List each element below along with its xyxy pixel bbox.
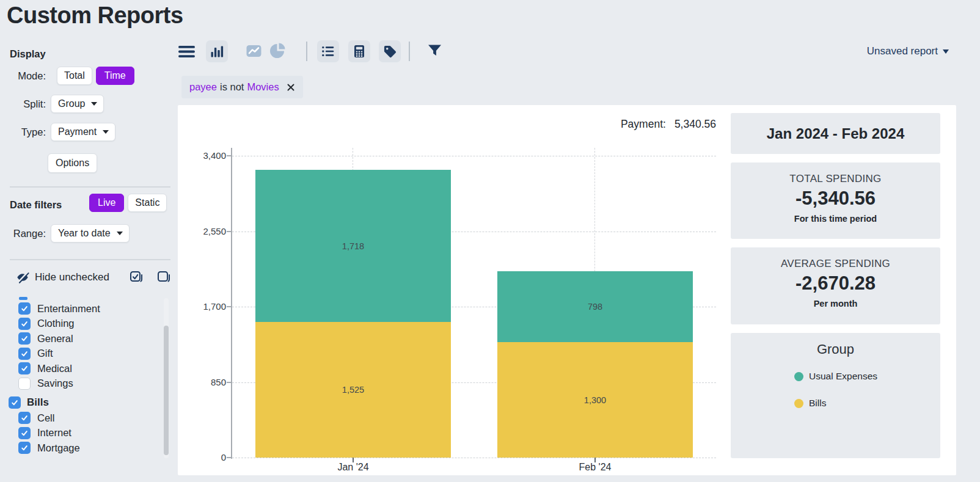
toolbar-divider: [409, 42, 410, 61]
category-label: Clothing: [37, 318, 75, 329]
checkbox-bills[interactable]: [9, 396, 21, 409]
checkbox-cell[interactable]: [18, 412, 31, 424]
category-label: Savings: [37, 378, 73, 389]
legend-item-bills: Bills: [794, 396, 940, 411]
y-axis-tick: [227, 155, 232, 156]
unsaved-report-menu[interactable]: Unsaved report: [867, 45, 949, 57]
list-icon: [321, 45, 335, 57]
type-select[interactable]: Payment: [51, 123, 115, 141]
category-row-savings: Savings: [0, 376, 163, 392]
unsaved-report-label: Unsaved report: [867, 45, 938, 57]
average-spending-heading: AVERAGE SPENDING: [731, 258, 940, 270]
category-row-gift: Gift: [0, 346, 163, 362]
range-label: Range:: [0, 228, 46, 239]
bar-value-label: 1,300: [497, 394, 693, 406]
calculator-button[interactable]: [348, 40, 370, 62]
average-spending-value: -2,670.28: [731, 272, 940, 294]
average-spending-caption: Per month: [731, 299, 940, 309]
date-live-button[interactable]: Live: [89, 194, 124, 212]
chevron-down-icon: [91, 102, 97, 106]
category-label: Medical: [37, 363, 72, 374]
type-label: Type:: [0, 126, 46, 138]
date-filters-heading: Date filters: [10, 199, 62, 211]
legend-heading: Group: [731, 341, 940, 357]
type-row: Type: Payment: [0, 121, 115, 143]
list-view-button[interactable]: [317, 40, 339, 62]
split-row: Split: Group: [0, 93, 104, 114]
display-heading: Display: [10, 48, 46, 60]
checkbox-internet[interactable]: [18, 427, 31, 439]
tag-button[interactable]: [379, 40, 401, 62]
check-all-button[interactable]: [130, 271, 143, 284]
category-row-bills: Bills: [0, 395, 163, 411]
x-axis-label: Jan '24: [316, 462, 390, 473]
range-row: Range: Year to date: [0, 222, 130, 244]
mode-label: Mode:: [0, 70, 46, 82]
total-spending-caption: For this time period: [731, 214, 940, 224]
split-value: Group: [58, 98, 85, 109]
legend-list: Usual ExpensesBills: [731, 369, 940, 411]
menu-icon[interactable]: [178, 45, 195, 59]
category-label: Mortgage: [37, 442, 80, 454]
options-button[interactable]: Options: [48, 153, 97, 173]
legend-item-usual-expenses: Usual Expenses: [794, 369, 940, 384]
category-row-entertainment: Entertainment: [0, 301, 163, 316]
category-row-mortgage: Mortgage: [0, 440, 163, 456]
scrollbar-thumb[interactable]: [164, 326, 169, 455]
total-spending-heading: TOTAL SPENDING: [731, 173, 940, 185]
y-axis-tick-label: 1,700: [178, 300, 226, 313]
legend-dot-icon: [794, 372, 803, 381]
filter-button[interactable]: [427, 43, 442, 57]
pie-chart-icon: [269, 42, 286, 59]
checkbox-medical[interactable]: [18, 362, 31, 374]
pie-chart-button[interactable]: [269, 42, 286, 59]
checkbox-gift[interactable]: [18, 348, 31, 360]
category-row-medical: Medical: [0, 361, 163, 376]
mode-time-button[interactable]: Time: [96, 67, 134, 85]
y-axis-tick: [227, 231, 232, 232]
range-select[interactable]: Year to date: [51, 224, 130, 243]
y-axis-tick-label: 850: [178, 376, 226, 389]
mode-total-button[interactable]: Total: [57, 67, 92, 85]
category-list: EntertainmentClothingGeneralGiftMedicalS…: [0, 296, 163, 456]
total-spending-value: -5,340.56: [731, 188, 940, 210]
y-axis-tick: [227, 306, 232, 307]
check-icon: [20, 334, 29, 343]
stacked-bar-chart: 08501,7002,5503,400Jan '241,5251,718Feb …: [232, 156, 716, 458]
category-row-clothing: Clothing: [0, 316, 163, 332]
checkbox-general[interactable]: [18, 332, 31, 345]
legend-label: Bills: [809, 398, 826, 409]
payment-total-value: 5,340.56: [675, 118, 716, 130]
category-label: Internet: [37, 427, 71, 439]
filter-chip[interactable]: payee is not Movies: [181, 76, 303, 98]
legend-label: Usual Expenses: [809, 371, 877, 382]
check-icon: [20, 429, 29, 437]
check-icon: [20, 320, 29, 328]
area-chart-button[interactable]: [246, 45, 261, 57]
check-icon: [10, 398, 19, 407]
uncheck-all-button[interactable]: [157, 271, 170, 284]
filter-chip-operator: is not: [220, 81, 244, 93]
bar-value-label: 1,525: [255, 384, 451, 396]
average-spending-card: AVERAGE SPENDING -2,670.28 Per month: [731, 247, 940, 324]
checkbox-clothing[interactable]: [18, 318, 31, 330]
date-static-button[interactable]: Static: [128, 194, 167, 212]
close-icon[interactable]: [287, 83, 295, 92]
area-chart-icon: [246, 45, 261, 57]
eye-slash-icon[interactable]: [16, 271, 29, 284]
filter-icon: [427, 43, 442, 57]
split-label: Split:: [0, 98, 46, 110]
payment-total: Payment:5,340.56: [232, 118, 716, 131]
y-axis-tick-label: 0: [178, 451, 226, 464]
hide-unchecked-label: Hide unchecked: [35, 271, 109, 283]
split-select[interactable]: Group: [51, 95, 104, 113]
category-row-internet: Internet: [0, 426, 163, 441]
range-value: Year to date: [58, 228, 111, 239]
checkbox-mortgage[interactable]: [18, 442, 31, 454]
category-label: Cell: [37, 412, 54, 424]
tag-icon: [383, 45, 397, 59]
checkbox-entertainment[interactable]: [18, 302, 31, 315]
checkbox-savings[interactable]: [18, 378, 31, 390]
bar-value-label: 1,718: [255, 240, 451, 252]
bar-chart-button[interactable]: [206, 40, 228, 62]
